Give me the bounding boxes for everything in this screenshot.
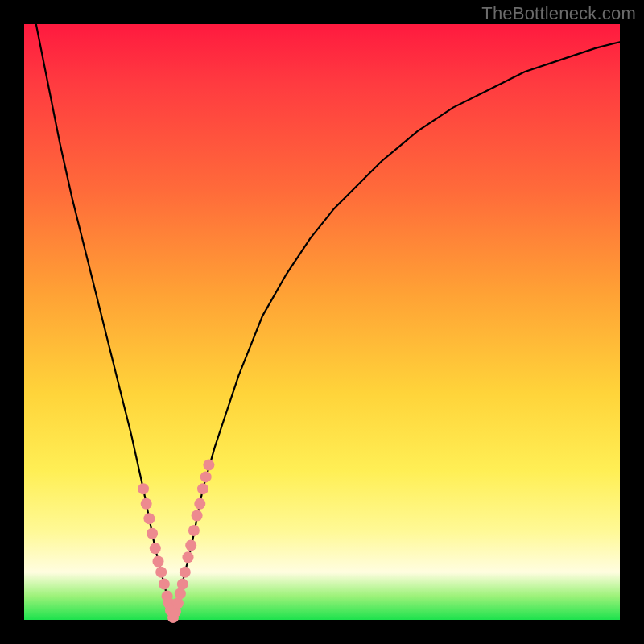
chart-frame: TheBottleneck.com bbox=[0, 0, 644, 644]
sample-dot bbox=[150, 543, 161, 554]
sample-dot bbox=[192, 510, 203, 522]
watermark-text: TheBottleneck.com bbox=[481, 3, 636, 24]
sample-dot bbox=[175, 588, 186, 599]
sample-dot bbox=[172, 597, 184, 609]
sample-dot bbox=[143, 513, 155, 524]
sample-dot bbox=[180, 567, 191, 578]
sample-dot bbox=[185, 540, 196, 551]
sample-dot bbox=[138, 483, 149, 494]
sample-dot bbox=[155, 567, 167, 578]
sample-dot bbox=[147, 528, 158, 539]
plot-area bbox=[24, 24, 620, 620]
sample-dots-group bbox=[138, 460, 214, 623]
sample-dot bbox=[188, 525, 200, 536]
sample-dot bbox=[183, 551, 194, 563]
sample-dot bbox=[203, 460, 214, 471]
sample-dot bbox=[159, 579, 170, 590]
sample-dot bbox=[153, 556, 164, 568]
sample-dot bbox=[197, 483, 208, 494]
sample-dot bbox=[194, 498, 205, 510]
sample-dot bbox=[141, 498, 152, 510]
chart-svg bbox=[24, 24, 620, 620]
bottleneck-curve bbox=[36, 24, 620, 620]
sample-dot bbox=[177, 579, 188, 590]
sample-dot bbox=[200, 471, 212, 482]
